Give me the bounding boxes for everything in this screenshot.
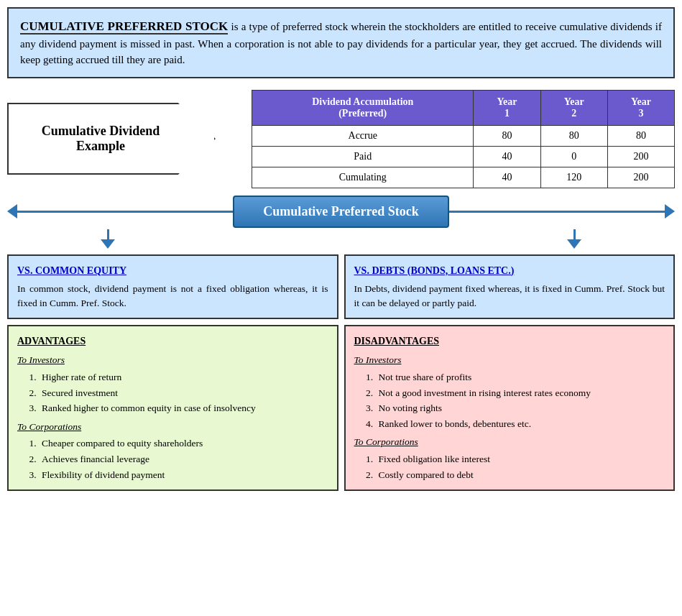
table-cell: 40 [474, 146, 540, 167]
left-arrow-head [7, 204, 17, 219]
arrow-shape: Cumulative Dividend Example [7, 103, 216, 175]
definition-box: CUMULATIVE PREFERRED STOCK is a type of … [7, 7, 675, 78]
disadvantages-box: DISADVANTAGES To Investors Not true shar… [344, 325, 676, 491]
advantages-investors-list: Higher rate of returnSecured investmentR… [17, 369, 328, 416]
table-cell: Cumulating [252, 167, 474, 188]
disadvantages-title: DISADVANTAGES [354, 334, 665, 349]
dividend-table: Dividend Accumulation (Preferred) Year1 … [252, 90, 675, 188]
vs-common-title: VS. COMMON EQUITY [17, 263, 328, 278]
right-line [448, 211, 665, 213]
table-header-1: Year1 [474, 90, 540, 125]
advantages-to-corporations-label: To Corporations [17, 419, 328, 435]
table-cell: Paid [252, 146, 474, 167]
list-item: Costly compared to debt [376, 467, 665, 483]
table-cell: 80 [474, 125, 540, 146]
right-arrow-head [665, 204, 675, 219]
disadvantages-to-corporations-label: To Corporations [354, 434, 665, 450]
list-item: Achieves financial leverage [39, 451, 328, 467]
vs-debts-body: In Debts, dividend payment fixed whereas… [354, 282, 665, 311]
table-header-3: Year3 [607, 90, 674, 125]
disadvantages-corporations-list: Fixed obligation like interestCostly com… [354, 451, 665, 482]
vs-debts-box: VS. DEBTS (BONDS, LOANS ETC.) In Debts, … [344, 254, 676, 320]
left-line [17, 211, 234, 213]
list-item: Ranked higher to common equity in case o… [39, 400, 328, 416]
table-cell: 200 [607, 146, 674, 167]
table-header-0: Dividend Accumulation (Preferred) [252, 90, 474, 125]
central-pill-wrapper: Cumulative Preferred Stock [7, 196, 675, 228]
disadvantages-investors-list: Not true share of profitsNot a good inve… [354, 369, 665, 431]
vs-common-body: In common stock, dividend payment is not… [17, 282, 328, 311]
advantages-box: ADVANTAGES To Investors Higher rate of r… [7, 325, 338, 491]
advantages-corporations-list: Cheaper compared to equity shareholdersA… [17, 436, 328, 482]
arrow-container: Cumulative Dividend Example [7, 103, 252, 175]
disadvantages-to-investors-label: To Investors [354, 352, 665, 368]
table-header-2: Year2 [540, 90, 607, 125]
table-cell: 0 [540, 146, 607, 167]
down-arrow-right [567, 229, 581, 249]
definition-title: CUMULATIVE PREFERRED STOCK [20, 19, 228, 35]
advantages-to-investors-label: To Investors [17, 352, 328, 368]
vs-debts-title: VS. DEBTS (BONDS, LOANS ETC.) [354, 263, 665, 278]
down-arrow-left [101, 229, 115, 249]
arrow-label: Cumulative Dividend Example [42, 124, 182, 154]
list-item: Not true share of profits [376, 369, 665, 385]
advantages-title: ADVANTAGES [17, 334, 328, 349]
list-item: Ranked lower to bonds, debentures etc. [376, 416, 665, 432]
list-item: Cheaper compared to equity shareholders [39, 436, 328, 451]
list-item: Higher rate of return [39, 369, 328, 385]
vs-common-box: VS. COMMON EQUITY In common stock, divid… [7, 254, 338, 320]
table-cell: Accrue [252, 125, 474, 146]
table-cell: 40 [474, 167, 540, 188]
central-box: Cumulative Preferred Stock [233, 196, 448, 228]
list-item: No voting rights [376, 400, 665, 416]
list-item: Fixed obligation like interest [376, 451, 665, 467]
table-cell: 80 [540, 125, 607, 146]
adv-dis-row: ADVANTAGES To Investors Higher rate of r… [7, 325, 675, 491]
middle-section: Cumulative Dividend Example Dividend Acc… [7, 90, 675, 188]
list-item: Flexibility of dividend payment [39, 467, 328, 483]
table-cell: 80 [607, 125, 674, 146]
down-arrows-row [7, 229, 675, 249]
comparison-row: VS. COMMON EQUITY In common stock, divid… [7, 254, 675, 320]
table-cell: 120 [540, 167, 607, 188]
list-item: Not a good investment in rising interest… [376, 385, 665, 401]
table-cell: 200 [607, 167, 674, 188]
list-item: Secured investment [39, 385, 328, 401]
